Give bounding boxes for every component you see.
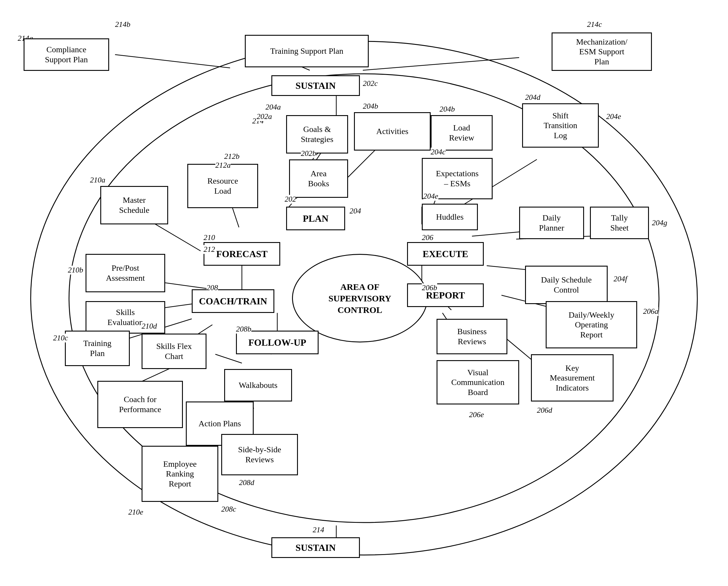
master-schedule-box: MasterSchedule (100, 186, 168, 224)
ref-206d: 206d (537, 406, 552, 415)
employee-ranking-report-label: EmployeeRankingReport (163, 459, 197, 489)
plan-label: PLAN (303, 213, 328, 224)
coach-performance-box: Coach forPerformance (97, 381, 183, 428)
ref-202: 202 (285, 195, 296, 204)
load-review-box: LoadReview (431, 115, 493, 151)
coach-train-label: COACH/TRAIN (199, 295, 267, 307)
ref-204b-2: 204b (440, 105, 455, 114)
compliance-support-plan-label: ComplianceSupport Plan (45, 45, 87, 64)
resource-load-box: ResourceLoad (187, 164, 258, 208)
ref-202b: 202b (301, 149, 316, 158)
ref-206: 206 (422, 233, 433, 242)
activities-box: Activities (354, 112, 431, 151)
skills-flex-chart-label: Skills FlexChart (156, 341, 192, 361)
sustain-top-box: SUSTAIN (271, 75, 360, 96)
coach-performance-label: Coach forPerformance (119, 394, 161, 414)
ref-204e-2: 204e (423, 192, 438, 201)
ref-210d: 210d (141, 322, 157, 331)
ref-208: 208 (207, 284, 218, 292)
visual-communication-board-label: VisualCommunicationBoard (451, 368, 504, 397)
ref-206b: 206b (422, 284, 437, 292)
goals-strategies-label: Goals &Strategies (301, 124, 333, 144)
ref-204g: 204g (652, 218, 667, 227)
visual-communication-board-box: VisualCommunicationBoard (437, 360, 519, 405)
daily-schedule-control-box: Daily ScheduleControl (525, 266, 608, 304)
area-supervisory-control-label: AREA OFSUPERVISORYCONTROL (329, 281, 391, 316)
skills-evaluation-label: SkillsEvaluation (107, 307, 143, 327)
ref-204a: 204a (265, 103, 281, 112)
master-schedule-label: MasterSchedule (119, 195, 150, 215)
follow-up-box: FOLLOW-UP (236, 331, 318, 354)
daily-schedule-control-label: Daily ScheduleControl (541, 275, 592, 295)
ref-204b-top: 204b (363, 102, 378, 111)
follow-up-label: FOLLOW-UP (249, 337, 306, 348)
diagram: 214a 214b 214c ComplianceSupport Plan Tr… (0, 0, 728, 586)
pre-post-assessment-label: Pre/PostAssessment (106, 263, 145, 283)
ref-210: 210 (204, 233, 215, 242)
report-box: REPORT (407, 284, 484, 307)
ref-206e: 206e (469, 410, 484, 419)
svg-line-2 (115, 55, 230, 68)
resource-load-label: ResourceLoad (207, 176, 238, 196)
svg-line-31 (215, 354, 242, 363)
execute-label: EXECUTE (423, 248, 468, 260)
area-books-box: AreaBooks (289, 160, 348, 198)
expectations-esms-label: Expectations– ESMs (436, 169, 479, 188)
key-measurement-indicators-box: KeyMeasurementIndicators (531, 354, 614, 401)
activities-label: Activities (376, 126, 409, 137)
ref-210b: 210b (68, 266, 83, 274)
training-plan-label: TrainingPlan (83, 338, 111, 358)
business-reviews-label: BusinessReviews (457, 326, 487, 346)
walkabouts-label: Walkabouts (239, 380, 278, 390)
skills-flex-chart-box: Skills FlexChart (141, 334, 207, 369)
walkabouts-box: Walkabouts (224, 369, 292, 401)
action-plans-label: Action Plans (199, 419, 241, 429)
ref-208c: 208c (221, 505, 236, 514)
sustain-top-label: SUSTAIN (295, 80, 336, 91)
mechanization-esm-box: Mechanization/ESM SupportPlan (552, 32, 652, 71)
shift-transition-log-box: ShiftTransitionLog (522, 103, 599, 148)
training-support-plan-box: Training Support Plan (245, 35, 369, 67)
ref-202a: 202a (257, 112, 272, 121)
ref-214c: 214c (587, 20, 602, 29)
daily-weekly-operating-label: Daily/WeeklyOperatingReport (569, 310, 615, 340)
side-by-side-reviews-box: Side-by-SideReviews (221, 434, 298, 475)
area-books-label: AreaBooks (308, 169, 329, 188)
huddles-box: Huddles (422, 204, 478, 230)
ref-204f: 204f (614, 274, 627, 284)
goals-strategies-box: Goals &Strategies (286, 115, 348, 153)
ref-208b: 208b (236, 325, 251, 334)
training-plan-box: TrainingPlan (65, 331, 130, 366)
ref-204c: 204c (431, 148, 446, 156)
coach-train-box: COACH/TRAIN (192, 289, 274, 313)
business-reviews-box: BusinessReviews (437, 319, 508, 354)
tally-sheet-label: TallySheet (610, 213, 629, 233)
shift-transition-log-label: ShiftTransitionLog (544, 111, 577, 141)
mechanization-esm-label: Mechanization/ESM SupportPlan (576, 37, 627, 67)
load-review-label: LoadReview (449, 123, 474, 143)
ref-208d: 208d (239, 478, 254, 487)
ref-210e: 210e (128, 508, 144, 517)
ref-206a: 206a (643, 307, 658, 316)
daily-weekly-operating-box: Daily/WeeklyOperatingReport (546, 301, 637, 348)
key-measurement-indicators-label: KeyMeasurementIndicators (550, 363, 595, 393)
ref-202c: 202c (363, 79, 378, 88)
execute-box: EXECUTE (407, 242, 484, 266)
ref-212b: 212b (224, 152, 239, 161)
compliance-support-plan-box: ComplianceSupport Plan (24, 39, 109, 71)
sustain-bottom-box: SUSTAIN (271, 537, 360, 558)
daily-planner-box: DailyPlanner (519, 206, 584, 239)
employee-ranking-report-box: EmployeeRankingReport (141, 446, 218, 502)
pre-post-assessment-box: Pre/PostAssessment (85, 254, 165, 292)
forecast-label: FORECAST (216, 248, 267, 260)
sustain-bottom-label: SUSTAIN (295, 542, 336, 553)
ref-212a: 212a (215, 161, 231, 170)
ref-204: 204 (349, 206, 361, 216)
ref-212: 212 (204, 245, 215, 254)
plan-box: PLAN (286, 206, 345, 230)
ref-210a: 210a (90, 176, 105, 185)
ref-210c: 210c (53, 334, 68, 342)
ref-204d: 204d (525, 93, 540, 102)
ref-214-bottom: 214 (313, 526, 324, 534)
ref-214b: 214b (115, 20, 130, 29)
